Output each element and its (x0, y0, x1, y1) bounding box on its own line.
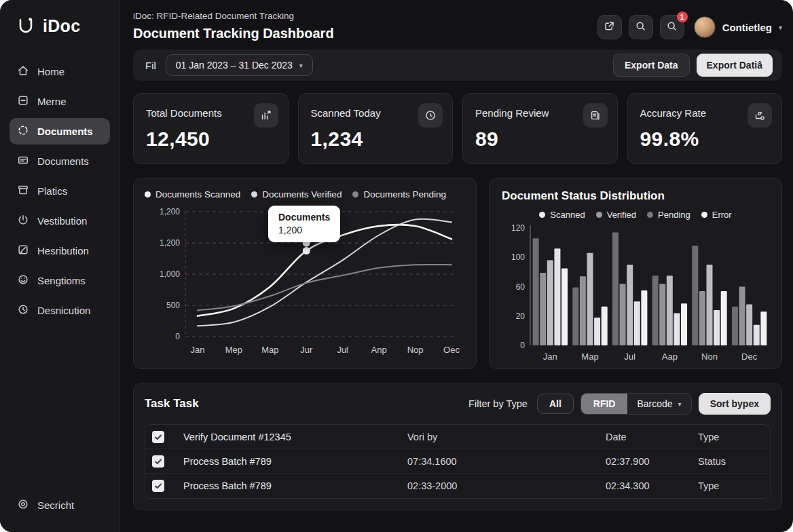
table-row[interactable]: Process Batch #789 02:33-2000 02:34.300 … (145, 474, 770, 498)
filter-bar: Fil 01 Jan 2023 – 31 Dec 2023 ▾ Export D… (133, 50, 782, 81)
stat-card-pending-review: Pending Review 89 (462, 93, 618, 164)
chevron-down-icon: ▾ (678, 400, 682, 408)
app-title: iDoc (43, 16, 80, 36)
svg-text:Dec: Dec (741, 352, 758, 362)
svg-text:1,000: 1,000 (160, 269, 180, 279)
svg-text:0: 0 (175, 332, 180, 341)
chevron-down-icon[interactable]: ▾ (779, 24, 782, 31)
svg-text:0: 0 (520, 341, 525, 350)
documents-line-chart-card: Documents Scanned Documents Verified Doc… (133, 178, 477, 369)
filter-by-type-label: Filter by Type (468, 398, 528, 409)
sidebar-item-documents[interactable]: Documents (10, 118, 110, 145)
legend-item-scanned: Documents Scanned (145, 189, 240, 200)
legend-item-verified: Documents Verified (251, 189, 342, 200)
chart-tooltip: Documents 1,200 (268, 206, 340, 242)
smile-icon (17, 273, 29, 288)
svg-text:Non: Non (701, 352, 718, 362)
search-icon (635, 20, 646, 35)
legend-dot (251, 191, 257, 197)
type-segmented-control: RFID Barcode ▾ (580, 393, 692, 415)
svg-text:Map: Map (581, 352, 598, 362)
svg-text:Jul: Jul (337, 345, 348, 355)
topbar: iDoc: RFID-Related Document Tracking Doc… (133, 11, 782, 41)
legend-item-error: Error (701, 210, 732, 220)
share-button[interactable] (597, 15, 622, 39)
bar-chart[interactable]: 12010060200JanMapJulAapNonDec (499, 221, 773, 365)
sidebar-nav: Home Merne Documents Documents Platics V… (10, 58, 110, 324)
power-icon (17, 214, 29, 228)
legend-item-pending: Documents Pending (352, 189, 446, 200)
legend-dot (352, 191, 358, 197)
notification-search-button[interactable]: 1 (660, 15, 684, 39)
row-checkbox[interactable] (152, 480, 164, 492)
filter-barcode-dropdown[interactable]: Barcode ▾ (627, 394, 690, 414)
task-detail: 02:33-2000 (407, 480, 606, 491)
svg-text:Jan: Jan (191, 345, 205, 355)
notification-badge: 1 (677, 12, 688, 22)
user-menu[interactable]: Contietleg (722, 22, 772, 33)
clock-circle-icon (418, 103, 443, 128)
avatar[interactable] (694, 16, 716, 38)
edit-icon (17, 244, 29, 258)
legend-item-verified: Verified (596, 210, 636, 220)
svg-text:Aap: Aap (662, 352, 678, 362)
svg-text:Oec: Oec (443, 345, 460, 355)
svg-text:Jul: Jul (624, 352, 635, 362)
svg-text:120: 120 (511, 223, 525, 233)
table-row[interactable]: Verify Document #12345 Vori by Date Type (145, 425, 770, 449)
row-checkbox[interactable] (152, 431, 164, 443)
filter-rfid-button[interactable]: RFID (581, 394, 628, 414)
stat-value: 99.8% (640, 128, 770, 151)
svg-text:Map: Map (261, 345, 278, 355)
sidebar-item-platics[interactable]: Platics (10, 178, 110, 204)
app-window: iDoc Home Merne Documents Documents Plat… (0, 0, 793, 532)
filter-all-button[interactable]: All (537, 394, 574, 414)
legend-dot (701, 212, 707, 218)
sidebar-item-vestibution[interactable]: Vestibution (10, 208, 110, 234)
task-name: Process Batch #789 (183, 480, 407, 491)
svg-text:20: 20 (516, 311, 525, 321)
sidebar-item-documents-2[interactable]: Documents (10, 148, 110, 174)
legend-dot (647, 212, 653, 218)
legend-item-pending: Pending (647, 210, 690, 220)
legend-dot (539, 212, 545, 218)
sort-button[interactable]: Sort bypex (699, 393, 771, 415)
svg-text:1,200: 1,200 (160, 207, 180, 216)
table-row[interactable]: Process Batch #789 07:34.1600 02:37.900 … (145, 449, 770, 474)
stat-cards: Total Documents 12,450 Scanned Today 1,2… (133, 93, 782, 164)
svg-text:Mep: Mep (225, 345, 242, 355)
tasks-card: Task Task Filter by Type All RFID Barcod… (133, 383, 782, 510)
logo: iDoc (10, 15, 110, 37)
svg-text:Jur: Jur (300, 345, 313, 355)
search-icon (666, 20, 678, 35)
task-date: Date (606, 432, 698, 442)
svg-text:Anp: Anp (371, 345, 387, 355)
svg-text:60: 60 (516, 282, 525, 292)
sidebar-item-secricht[interactable]: Secricht (10, 492, 110, 518)
page-title: Document Tracking Dashboard (133, 26, 334, 41)
task-detail: Vori by (407, 432, 606, 442)
grid-icon (17, 94, 29, 109)
export-data-secondary-button[interactable]: Export Datiâ (697, 54, 773, 77)
sidebar-item-hesribution[interactable]: Hesribution (10, 238, 110, 264)
stat-card-accuracy-rate: Accuracy Rate 99.8% (627, 93, 783, 164)
svg-text:500: 500 (166, 301, 180, 310)
charts-row: Documents Scanned Documents Verified Doc… (133, 178, 782, 369)
stat-value: 1,234 (311, 128, 441, 151)
task-detail: 07:34.1600 (407, 456, 606, 467)
search-button[interactable] (629, 15, 653, 39)
sidebar-item-sengtioms[interactable]: Sengtioms (10, 267, 110, 294)
card-icon (17, 154, 29, 168)
status-distribution-card: Document Status Distribution Scanned Ver… (489, 178, 782, 369)
task-type: Status (698, 456, 770, 467)
sidebar-item-desnicution[interactable]: Desnicution (10, 297, 110, 324)
stat-card-scanned-today: Scanned Today 1,234 (298, 93, 454, 164)
row-checkbox[interactable] (152, 455, 164, 468)
sidebar-item-home[interactable]: Home (10, 58, 110, 85)
export-data-button[interactable]: Export Data (613, 54, 690, 77)
date-range-picker[interactable]: 01 Jan 2023 – 31 Dec 2023 ▾ (166, 54, 313, 76)
sidebar-item-merne[interactable]: Merne (10, 88, 110, 115)
clock-icon (17, 303, 29, 318)
stat-value: 89 (475, 128, 605, 151)
legend-item-scanned: Scanned (539, 210, 585, 220)
